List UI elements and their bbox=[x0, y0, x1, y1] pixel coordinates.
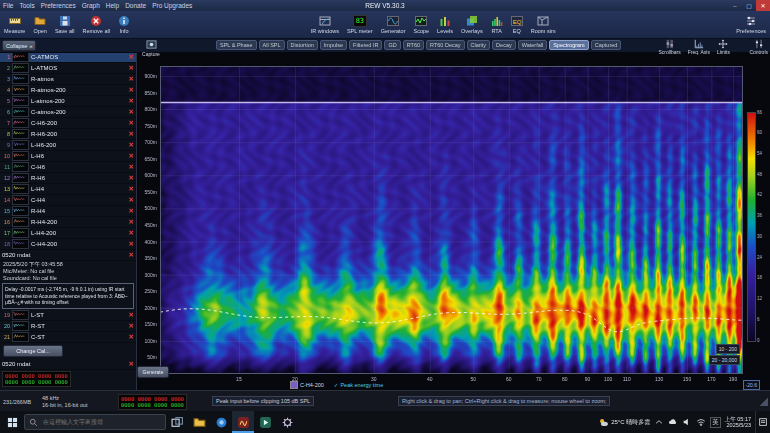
tab-filtered-ir[interactable]: Filtered IR bbox=[349, 40, 382, 50]
remove-measurement-icon[interactable]: ✕ bbox=[129, 108, 134, 116]
measurement-item[interactable]: 3R-atmos✕ bbox=[0, 74, 136, 85]
measurement-item[interactable]: 7C-H6-200✕ bbox=[0, 118, 136, 129]
capture-button[interactable]: Capture bbox=[139, 39, 163, 57]
measurement-item[interactable]: 10L-H6✕ bbox=[0, 151, 136, 162]
menu-tools[interactable]: Tools bbox=[16, 2, 37, 9]
tab-decay[interactable]: Decay bbox=[492, 40, 516, 50]
generator-button[interactable]: Generator bbox=[377, 12, 410, 37]
spl-meter-button[interactable]: 83SPL meter bbox=[343, 12, 377, 37]
measurement-item[interactable]: 21C-ST✕ bbox=[0, 332, 136, 343]
network-button[interactable] bbox=[696, 417, 706, 427]
levels-button[interactable]: Levels bbox=[433, 12, 457, 37]
measurement-item[interactable]: 11C-H6✕ bbox=[0, 162, 136, 173]
limits-button[interactable]: Limits bbox=[717, 38, 730, 55]
taskbar-app-task-view[interactable] bbox=[166, 411, 188, 433]
remove-measurement-icon[interactable]: ✕ bbox=[129, 196, 134, 204]
menu-pro-upgrades[interactable]: Pro Upgrades bbox=[149, 2, 195, 9]
save-all-button[interactable]: Save all bbox=[51, 12, 79, 37]
measurement-item[interactable]: 6C-atmos-200✕ bbox=[0, 107, 136, 118]
remove-measurement-icon[interactable]: ✕ bbox=[129, 229, 134, 237]
maximize-button[interactable]: ▢ bbox=[742, 0, 756, 11]
rta-button[interactable]: RTA bbox=[487, 12, 507, 37]
search-input[interactable] bbox=[41, 418, 161, 426]
remove-measurement-icon[interactable]: ✕ bbox=[129, 333, 134, 341]
freq-axis-button[interactable]: Freq. Axis bbox=[688, 38, 710, 55]
minimize-button[interactable]: – bbox=[728, 0, 742, 11]
measurement-file-row[interactable]: 0520 mdat ✕ bbox=[0, 250, 136, 261]
remove-measurement-icon[interactable]: ✕ bbox=[129, 240, 134, 248]
taskbar-clock[interactable]: 上午 05:172025/5/23 bbox=[725, 416, 751, 429]
measurement-item[interactable]: 14C-H4✕ bbox=[0, 195, 136, 206]
measurement-item[interactable]: 4R-atmos-200✕ bbox=[0, 85, 136, 96]
tab-spl-phase[interactable]: SPL & Phase bbox=[216, 40, 257, 50]
tab-rt60-decay[interactable]: RT60 Decay bbox=[426, 40, 464, 50]
remove-measurement-icon[interactable]: ✕ bbox=[129, 119, 134, 127]
menu-preferences[interactable]: Preferences bbox=[38, 2, 79, 9]
legend-item-peak-energy-time[interactable]: ✓Peak energy time bbox=[334, 382, 383, 388]
remove-file-icon[interactable]: ✕ bbox=[129, 251, 134, 259]
remove-measurement-icon[interactable]: ✕ bbox=[129, 97, 134, 105]
checkbox-icon[interactable]: ✓ bbox=[334, 382, 339, 388]
scope-button[interactable]: Scope bbox=[410, 12, 434, 37]
measurement-item[interactable]: 20R-ST✕ bbox=[0, 321, 136, 332]
measurement-item[interactable]: 13L-H4✕ bbox=[0, 184, 136, 195]
tab-spectrogram[interactable]: Spectrogram bbox=[549, 40, 589, 50]
remove-measurement-icon[interactable]: ✕ bbox=[129, 141, 134, 149]
tab-gd[interactable]: GD bbox=[384, 40, 400, 50]
freq-range-current-box[interactable]: 10 - 200 bbox=[716, 344, 740, 354]
remove-measurement-icon[interactable]: ✕ bbox=[129, 163, 134, 171]
remove-measurement-icon[interactable]: ✕ bbox=[129, 207, 134, 215]
tab-rt60[interactable]: RT60 bbox=[403, 40, 424, 50]
measurement-item[interactable]: 9L-H6-200✕ bbox=[0, 140, 136, 151]
remove-measurement-icon[interactable]: ✕ bbox=[129, 53, 134, 61]
measurement-item[interactable]: 16R-H4-200✕ bbox=[0, 217, 136, 228]
weather-widget[interactable]: 25°C 晴時多雲 bbox=[598, 417, 650, 428]
start-button[interactable] bbox=[0, 411, 24, 433]
preferences-button[interactable]: Preferences bbox=[732, 12, 770, 37]
tab-clarity[interactable]: Clarity bbox=[467, 40, 491, 50]
tab-distortion[interactable]: Distortion bbox=[287, 40, 318, 50]
cloud-sync-button[interactable] bbox=[668, 417, 678, 427]
notification-center-button[interactable] bbox=[755, 411, 769, 433]
remove-measurement-icon[interactable]: ✕ bbox=[129, 130, 134, 138]
measurement-item[interactable]: 18C-H4-200✕ bbox=[0, 239, 136, 250]
remove-measurement-icon[interactable]: ✕ bbox=[129, 64, 134, 72]
menu-donate[interactable]: Donate bbox=[122, 2, 149, 9]
remove-measurement-icon[interactable]: ✕ bbox=[129, 218, 134, 226]
remove-measurement-icon[interactable]: ✕ bbox=[129, 75, 134, 83]
remove-measurement-icon[interactable]: ✕ bbox=[129, 174, 134, 182]
tab-impulse[interactable]: Impulse bbox=[320, 40, 347, 50]
taskbar-app-settings[interactable] bbox=[276, 411, 298, 433]
remove-measurement-icon[interactable]: ✕ bbox=[129, 322, 134, 330]
tray-expand-button[interactable] bbox=[654, 417, 664, 427]
measurement-item[interactable]: 19L-ST✕ bbox=[0, 310, 136, 321]
measurement-item[interactable]: 12R-H6✕ bbox=[0, 173, 136, 184]
menu-file[interactable]: File bbox=[0, 2, 16, 9]
bottom-file-row[interactable]: 0520 mdat ✕ bbox=[0, 359, 136, 370]
measurement-item[interactable]: 1C-ATMOS✕ bbox=[0, 52, 136, 63]
measurement-item[interactable]: 8R-H6-200✕ bbox=[0, 129, 136, 140]
measurement-item[interactable]: 5L-atmos-200✕ bbox=[0, 96, 136, 107]
taskbar-app-file-explorer[interactable] bbox=[188, 411, 210, 433]
measurement-item[interactable]: 2L-ATMOS✕ bbox=[0, 63, 136, 74]
measure-button[interactable]: Measure bbox=[0, 12, 29, 37]
remove-measurement-icon[interactable]: ✕ bbox=[129, 152, 134, 160]
remove-measurement-icon[interactable]: ✕ bbox=[129, 311, 134, 319]
remove-measurement-icon[interactable]: ✕ bbox=[129, 86, 134, 94]
generate-button[interactable]: Generate bbox=[137, 366, 169, 378]
volume-button[interactable] bbox=[682, 417, 692, 427]
scrollbars-button[interactable]: Scrollbars bbox=[658, 38, 680, 55]
spectrogram-canvas[interactable] bbox=[160, 66, 743, 374]
measurement-item[interactable]: 15R-H4✕ bbox=[0, 206, 136, 217]
room-sim-button[interactable]: Room sim bbox=[527, 12, 560, 37]
collapse-panel-button[interactable]: Collapse « bbox=[2, 40, 36, 51]
taskbar-search[interactable] bbox=[24, 414, 166, 430]
tab-captured[interactable]: Captured bbox=[591, 40, 622, 50]
ir-windows-button[interactable]: IR windows bbox=[307, 12, 343, 37]
ime-indicator[interactable]: 英 bbox=[710, 417, 721, 428]
change-cal-button[interactable]: Change Cal... bbox=[3, 345, 63, 357]
tab-all-spl[interactable]: All SPL bbox=[259, 40, 285, 50]
remove-measurement-icon[interactable]: ✕ bbox=[129, 185, 134, 193]
freq-range-full-box[interactable]: 20 - 20,000 bbox=[709, 355, 740, 365]
menu-help[interactable]: Help bbox=[103, 2, 122, 9]
